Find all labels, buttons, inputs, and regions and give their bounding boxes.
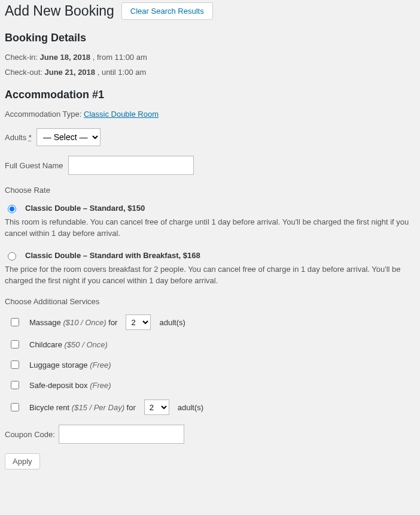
checkout-date: June 21, 2018 — [45, 68, 96, 77]
service-qty-select[interactable]: 2 — [144, 399, 169, 415]
service-row: Safe-deposit box (Free) — [8, 379, 415, 391]
rate-title: Classic Double – Standard with Breakfast… — [25, 251, 200, 260]
service-label: Safe-deposit box (Free) — [29, 381, 111, 390]
guestname-label: Full Guest Name — [5, 161, 63, 170]
service-row: Massage ($10 / Once) for 2 adult(s) — [8, 314, 415, 330]
rate-title: Classic Double – Standard, $150 — [25, 204, 145, 213]
coupon-input[interactable] — [59, 425, 184, 444]
checkin-date: June 18, 2018 — [40, 53, 91, 62]
service-checkbox[interactable] — [11, 318, 19, 326]
rate-description: This room is refundable. You can cancel … — [5, 217, 415, 240]
service-label: Childcare ($50 / Once) — [29, 340, 108, 349]
apply-button[interactable]: Apply — [5, 453, 40, 469]
choose-services-heading: Choose Additional Services — [5, 297, 415, 306]
checkin-suffix: , from 11:00 am — [93, 53, 147, 62]
coupon-label: Coupon Code: — [5, 430, 55, 439]
checkout-row: Check-out: June 21, 2018 , until 1:00 am — [5, 68, 415, 77]
service-checkbox[interactable] — [11, 340, 19, 349]
adults-select[interactable]: — Select — — [36, 128, 101, 146]
checkout-label: Check-out: — [5, 68, 42, 77]
guestname-input[interactable] — [68, 156, 194, 175]
rate-option: Classic Double – Standard with Breakfast… — [5, 250, 415, 287]
choose-rate-heading: Choose Rate — [5, 186, 415, 195]
accommodation-type-link[interactable]: Classic Double Room — [84, 110, 159, 119]
checkout-suffix: , until 1:00 am — [98, 68, 147, 77]
adults-label: Adults * — [5, 133, 32, 142]
service-row: Luggage storage (Free) — [8, 359, 415, 371]
accommodation-heading: Accommodation #1 — [5, 89, 415, 101]
accommodation-type-row: Accommodation Type: Classic Double Room — [5, 110, 415, 119]
service-unit: adult(s) — [178, 403, 203, 412]
rate-description: The price for the room covers breakfast … — [5, 264, 415, 287]
service-label: Bicycle rent ($15 / Per Day) for — [29, 403, 136, 412]
service-checkbox[interactable] — [11, 360, 19, 369]
rate-radio[interactable] — [8, 205, 16, 213]
service-checkbox[interactable] — [11, 381, 19, 389]
service-row: Childcare ($50 / Once) — [8, 338, 415, 350]
rate-option: Classic Double – Standard, $150 This roo… — [5, 203, 415, 240]
required-mark: * — [29, 133, 32, 142]
checkin-label: Check-in: — [5, 53, 38, 62]
service-unit: adult(s) — [159, 318, 185, 327]
page-title: Add New Booking — [5, 3, 114, 19]
service-qty-select[interactable]: 2 — [126, 314, 151, 330]
rate-radio[interactable] — [8, 252, 16, 260]
service-label: Massage ($10 / Once) for — [29, 318, 117, 327]
booking-details-heading: Booking Details — [5, 32, 415, 44]
checkin-row: Check-in: June 18, 2018 , from 11:00 am — [5, 53, 415, 62]
service-label: Luggage storage (Free) — [29, 360, 111, 369]
accommodation-type-label: Accommodation Type: — [5, 110, 81, 119]
clear-search-button[interactable]: Clear Search Results — [121, 2, 213, 20]
service-row: Bicycle rent ($15 / Per Day) for 2 adult… — [8, 399, 415, 415]
service-checkbox[interactable] — [11, 403, 19, 411]
